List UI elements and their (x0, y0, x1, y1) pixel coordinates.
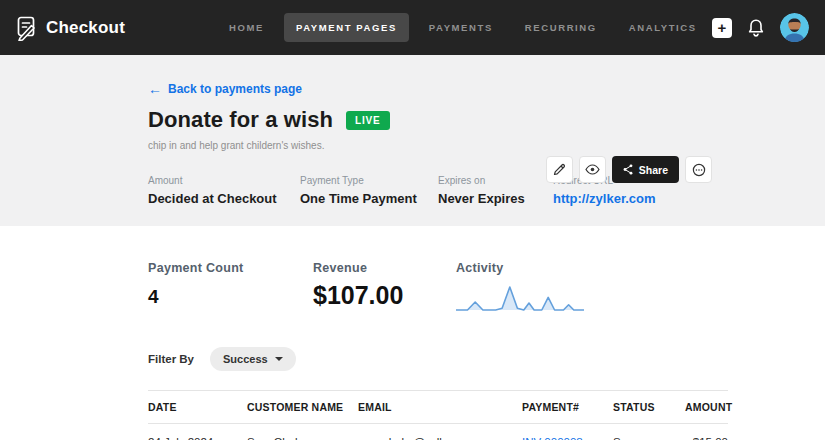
col-header-payment[interactable]: PAYMENT# (522, 391, 613, 424)
col-header-amount[interactable]: AMOUNT (685, 391, 728, 424)
info-label: Expires on (438, 175, 553, 186)
cell-amount: $15.00 (685, 424, 728, 440)
quick-add-button[interactable]: + (712, 18, 732, 38)
stats-row: Payment Count 4 Revenue $107.00 Activity (148, 261, 728, 313)
info-value: One Time Payment (300, 191, 438, 206)
cell-date: 24 July 2024 (148, 424, 247, 440)
payment-count-value: 4 (148, 286, 313, 308)
stat-label: Activity (456, 261, 584, 275)
back-to-payments-link[interactable]: ← Back to payments page (148, 82, 302, 96)
share-button[interactable]: Share (612, 156, 679, 183)
page-title: Donate for a wish (148, 107, 333, 133)
cell-customer-name: Sam Clarke (247, 424, 358, 440)
user-avatar[interactable] (780, 13, 809, 42)
col-header-customer-name[interactable]: CUSTOMER NAME (247, 391, 358, 424)
nav-right-controls: + (712, 13, 809, 42)
top-navbar: Checkout HOME PAYMENT PAGES PAYMENTS REC… (0, 0, 825, 55)
stat-activity: Activity (456, 261, 584, 313)
activity-sparkline (456, 283, 584, 313)
filter-by-label: Filter By (148, 353, 194, 365)
main-content: Payment Count 4 Revenue $107.00 Activity… (0, 226, 825, 440)
bell-icon (747, 18, 765, 38)
page-info-row: Amount Decided at Checkout Payment Type … (148, 175, 825, 206)
redirect-url-link[interactable]: http://zylker.com (553, 191, 656, 206)
main-nav: HOME PAYMENT PAGES PAYMENTS RECURRING AN… (217, 13, 709, 42)
cell-status: Success (613, 424, 685, 440)
col-header-email[interactable]: EMAIL (358, 391, 522, 424)
nav-item-analytics[interactable]: ANALYTICS (617, 13, 709, 42)
col-header-status[interactable]: STATUS (613, 391, 685, 424)
invoice-link[interactable]: INV-000008 (522, 424, 613, 440)
table-row[interactable]: 24 July 2024 Sam Clarke sam.clarke@zylke… (148, 424, 728, 440)
stat-label: Payment Count (148, 261, 313, 275)
brand-name: Checkout (46, 18, 125, 38)
filter-row: Filter By Success (148, 347, 728, 371)
status-badge: LIVE (346, 111, 389, 130)
share-button-label: Share (639, 164, 668, 176)
nav-item-home[interactable]: HOME (217, 13, 276, 42)
cell-email: sam.clarke@zylker.com (358, 424, 522, 440)
eye-icon (585, 164, 600, 175)
col-header-date[interactable]: DATE (148, 391, 247, 424)
chevron-down-icon (275, 357, 283, 361)
checkout-logo-icon (14, 15, 38, 41)
info-value: Never Expires (438, 191, 553, 206)
pencil-icon (553, 163, 566, 176)
notifications-button[interactable] (747, 18, 765, 38)
share-icon (623, 164, 633, 175)
status-filter-dropdown[interactable]: Success (210, 347, 296, 371)
back-link-label: Back to payments page (168, 82, 302, 96)
payments-table: DATE CUSTOMER NAME EMAIL PAYMENT# STATUS… (148, 390, 728, 440)
page-subtitle: chip in and help grant childern's wishes… (148, 140, 825, 151)
page-actions: Share (546, 156, 712, 183)
plus-icon: + (718, 20, 727, 35)
stat-revenue: Revenue $107.00 (313, 261, 456, 310)
filter-selected-value: Success (223, 353, 268, 365)
more-options-button[interactable] (685, 156, 712, 183)
nav-item-recurring[interactable]: RECURRING (513, 13, 609, 42)
preview-button[interactable] (579, 156, 606, 183)
info-value: Decided at Checkout (148, 191, 300, 206)
table-header-row: DATE CUSTOMER NAME EMAIL PAYMENT# STATUS… (148, 391, 728, 424)
stat-payment-count: Payment Count 4 (148, 261, 313, 308)
ellipsis-circle-icon (692, 163, 706, 177)
nav-item-payments[interactable]: PAYMENTS (417, 13, 505, 42)
info-label: Payment Type (300, 175, 438, 186)
info-expires-on: Expires on Never Expires (438, 175, 553, 206)
info-amount: Amount Decided at Checkout (148, 175, 300, 206)
stat-label: Revenue (313, 261, 456, 275)
info-label: Amount (148, 175, 300, 186)
info-payment-type: Payment Type One Time Payment (300, 175, 438, 206)
revenue-value: $107.00 (313, 281, 456, 310)
back-arrow-icon: ← (148, 82, 162, 96)
page-header-section: ← Back to payments page Donate for a wis… (0, 55, 825, 226)
brand-logo[interactable]: Checkout (14, 15, 125, 41)
nav-item-payment-pages[interactable]: PAYMENT PAGES (284, 13, 409, 42)
edit-button[interactable] (546, 156, 573, 183)
title-row: Donate for a wish LIVE (148, 107, 825, 133)
